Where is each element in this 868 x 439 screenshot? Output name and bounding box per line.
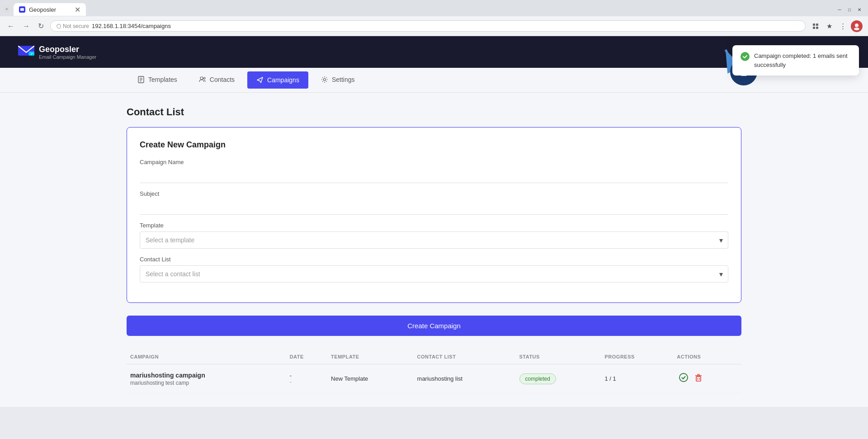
status-cell: completed [516,364,601,393]
contact-list-group: Contact List Select a contact list [140,256,728,283]
svg-rect-1 [20,8,24,11]
nav-campaigns[interactable]: Campaigns [247,71,308,89]
logo-text: Geoposler Email Campaign Manager [39,45,96,60]
contacts-icon [199,76,206,83]
contact-list-select[interactable]: Select a contact list [140,265,728,283]
table-header: CAMPAIGN DATE TEMPLATE CONTACT LIST STAT… [127,349,741,364]
actions-cell [673,364,741,393]
col-actions: ACTIONS [673,349,741,364]
svg-point-15 [200,77,203,80]
browser-toolbar: ← → ↻ Not secure 192.168.1.18:3454/campa… [0,16,868,36]
svg-point-16 [203,77,205,79]
svg-rect-4 [813,27,815,29]
nav-settings[interactable]: Settings [310,68,366,92]
campaigns-table: CAMPAIGN DATE TEMPLATE CONTACT LIST STAT… [127,349,741,393]
campaigns-icon [256,76,264,84]
settings-icon [321,76,328,83]
col-contact-list: CONTACT LIST [414,349,516,364]
campaign-name: mariushosting campaign [130,372,283,379]
campaign-name-label: Campaign Name [140,159,728,165]
table-body: mariushosting campaign mariushosting tes… [127,364,741,393]
maximize-button[interactable]: □ [846,6,853,13]
template-group: Template Select a template [140,222,728,249]
col-progress: PROGRESS [601,349,674,364]
svg-point-6 [855,24,859,27]
logo-icon: ✓ [18,46,34,58]
col-date: DATE [286,349,327,364]
svg-rect-3 [816,24,818,26]
subject-group: Subject [140,190,728,215]
svg-point-17 [323,79,326,81]
forward-button[interactable]: → [21,20,32,32]
campaign-name-input[interactable] [140,168,728,183]
table-row: mariushosting campaign mariushosting tes… [127,364,741,393]
notification-toast: Campaign completed: 1 emails sent succes… [732,45,859,76]
campaigns-section: CAMPAIGN DATE TEMPLATE CONTACT LIST STAT… [127,349,741,393]
nav-templates[interactable]: Templates [127,68,188,92]
reload-button[interactable]: ↻ [36,20,46,32]
nav-contacts[interactable]: Contacts [188,68,245,92]
app-content: Contact List Create New Campaign Campaig… [0,93,868,407]
svg-rect-21 [698,374,699,376]
subject-input[interactable] [140,200,728,215]
template-select-wrapper: Select a template [140,231,728,249]
active-tab[interactable]: Geoposler ✕ [14,3,86,16]
contact-list-cell: mariushosting list [414,364,516,393]
app-logo: ✓ Geoposler Email Campaign Manager [18,45,96,60]
url-text: 192.168.1.18:3454/campaigns [92,23,171,29]
svg-text:✓: ✓ [30,52,33,56]
templates-icon [137,76,145,83]
svg-rect-5 [816,27,818,29]
toolbar-actions: ★ ⋮ [810,20,863,32]
template-select[interactable]: Select a template [140,231,728,249]
page-title: Contact List [127,106,741,118]
address-bar[interactable]: Not secure 192.168.1.18:3454/campaigns [50,20,806,32]
minimize-button[interactable]: ─ [836,6,843,13]
menu-icon[interactable]: ⋮ [837,21,848,32]
notification-icon [741,52,750,61]
create-campaign-card: Create New Campaign Campaign Name Subjec… [127,127,741,303]
tab-favicon [19,6,25,13]
campaign-description: mariushosting test camp [130,380,283,386]
svg-point-0 [4,7,9,12]
status-badge: completed [519,373,556,384]
date-cell: - - [286,364,327,393]
tab-title: Geoposler [29,6,56,13]
bookmark-icon[interactable]: ★ [824,21,835,32]
svg-point-18 [679,373,688,382]
notification-message: Campaign completed: 1 emails sent succes… [754,52,851,69]
col-status: STATUS [516,349,601,364]
template-cell: New Template [327,364,413,393]
col-campaign: CAMPAIGN [127,349,286,364]
contact-list-label: Contact List [140,256,728,263]
security-indicator: Not secure [56,23,89,29]
window-controls: ─ □ ✕ [836,6,868,13]
campaign-cell: mariushosting campaign mariushosting tes… [127,364,286,393]
extensions-icon[interactable] [810,21,821,32]
svg-rect-2 [813,24,815,26]
delete-button[interactable] [692,372,705,387]
template-label: Template [140,222,728,229]
col-template: TEMPLATE [327,349,413,364]
svg-point-7 [854,28,859,30]
progress-cell: 1 / 1 [601,364,674,393]
back-button[interactable]: ← [5,20,16,32]
card-title: Create New Campaign [140,140,728,150]
tab-close-button[interactable]: ✕ [75,5,80,14]
progress-value: 1 / 1 [605,375,616,382]
campaign-name-group: Campaign Name [140,159,728,183]
subject-label: Subject [140,190,728,197]
contact-list-select-wrapper: Select a contact list [140,265,728,283]
close-button[interactable]: ✕ [856,6,863,13]
create-campaign-button[interactable]: Create Campaign [127,316,741,336]
profile-avatar[interactable] [851,20,863,32]
svg-rect-19 [696,377,701,381]
resend-button[interactable] [677,371,690,387]
